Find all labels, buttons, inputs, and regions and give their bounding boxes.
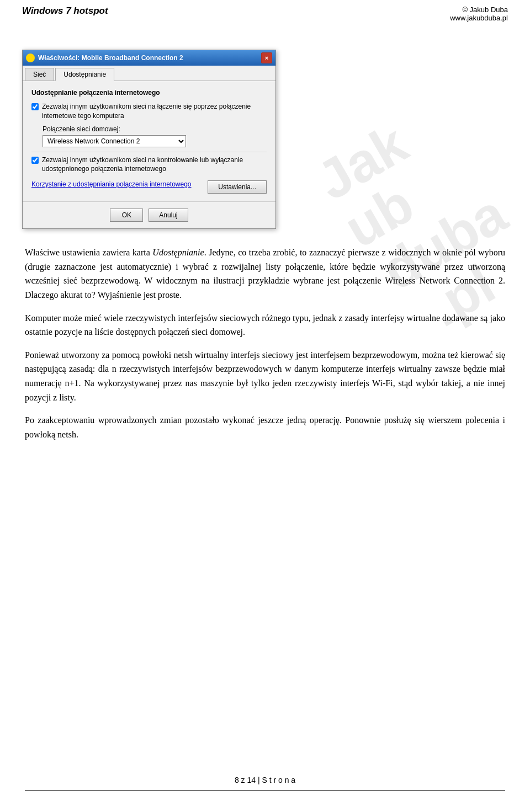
dialog-tabs: Sieć Udostępnianie (23, 66, 275, 81)
dialog-close-button[interactable]: × (261, 52, 272, 63)
settings-button[interactable]: Ustawienia... (208, 180, 267, 194)
page-footer-container: 8 z 14 | S t r o n a (0, 790, 530, 795)
dropdown-row: Wireless Network Connection 2 (43, 135, 267, 147)
checkbox1[interactable] (31, 103, 39, 110)
checkbox1-row: Zezwalaj innym użytkownikom sieci na łąc… (31, 102, 267, 121)
network-dropdown[interactable]: Wireless Network Connection 2 (43, 135, 186, 147)
italic-word: Udostępnianie (152, 248, 204, 257)
dialog-app-icon (26, 54, 35, 62)
sub-section: Połączenie sieci domowej: Wireless Netwo… (43, 125, 267, 147)
page-header: Windows 7 hotspot © Jakub Duba www.jakub… (0, 0, 530, 28)
paragraph-1: Właściwe ustawienia zawiera karta Udostę… (25, 245, 505, 302)
header-author: © Jakub Duba (450, 6, 508, 14)
tab-udostepnianie[interactable]: Udostępnianie (55, 68, 114, 81)
dialog-title-text: Właściwości: Mobile Broadband Connection… (38, 54, 183, 62)
header-right: © Jakub Duba www.jakubduba.pl (450, 6, 508, 22)
dialog-container: Właściwości: Mobile Broadband Connection… (22, 50, 508, 229)
checkbox2-row: Zezwalaj innym użytkownikom sieci na kon… (31, 156, 267, 174)
dialog-body: Udostępnianie połączenia internetowego Z… (23, 81, 275, 201)
checkbox2[interactable] (31, 157, 39, 164)
separator (31, 152, 267, 152)
checkbox2-label: Zezwalaj innym użytkownikom sieci na kon… (42, 156, 267, 174)
paragraph-3: Ponieważ utworzony za pomocą powłoki net… (25, 348, 505, 404)
footer-divider (25, 790, 505, 791)
cancel-button[interactable]: Anuluj (149, 209, 188, 222)
paragraph-4: Po zaakceptowaniu wprowadzonych zmian po… (25, 413, 505, 441)
info-link[interactable]: Korzystanie z udostępniania połączenia i… (31, 180, 192, 188)
main-content: Właściwe ustawienia zawiera karta Udostę… (0, 229, 530, 467)
section-title: Udostępnianie połączenia internetowego (31, 89, 267, 97)
checkbox1-label: Zezwalaj innym użytkownikom sieci na łąc… (42, 102, 267, 121)
bottom-buttons: Korzystanie z udostępniania połączenia i… (31, 180, 267, 194)
sub-label: Połączenie sieci domowej: (43, 125, 267, 133)
dialog-titlebar: Właściwości: Mobile Broadband Connection… (23, 50, 275, 66)
dialog-title-left: Właściwości: Mobile Broadband Connection… (26, 54, 183, 62)
header-title: Windows 7 hotspot (22, 6, 108, 17)
dialog-window: Właściwości: Mobile Broadband Connection… (22, 50, 276, 229)
dialog-footer: OK Anuluj (23, 201, 275, 228)
ok-button[interactable]: OK (110, 209, 143, 222)
paragraph-2: Komputer może mieć wiele rzeczywistych i… (25, 311, 505, 339)
header-website: www.jakubduba.pl (450, 14, 508, 22)
page-number: 8 z 14 | S t r o n a (0, 776, 530, 784)
tab-siec[interactable]: Sieć (25, 68, 54, 81)
